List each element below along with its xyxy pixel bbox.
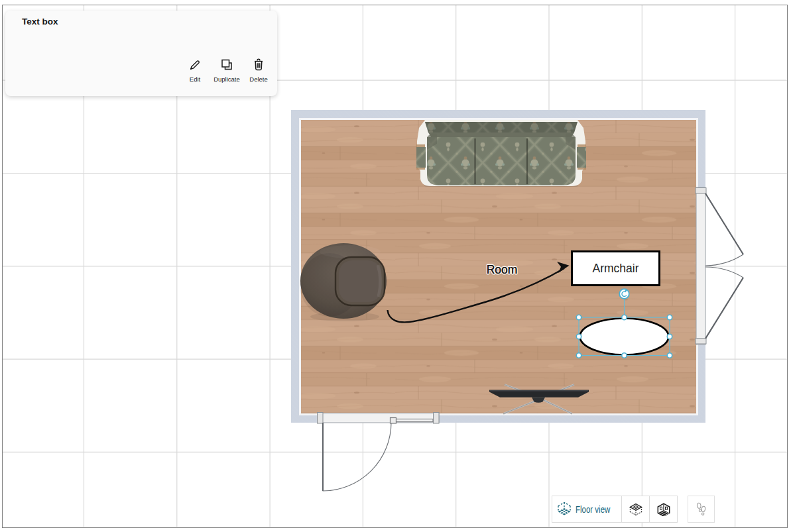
svg-text:Armchair: Armchair: [592, 262, 639, 275]
svg-text:Room: Room: [487, 263, 518, 276]
